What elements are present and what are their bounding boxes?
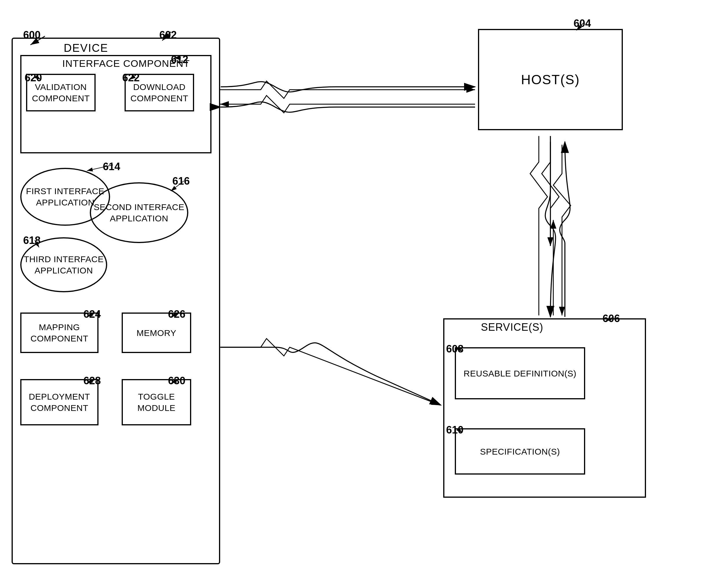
memory-label: MEMORY [136,327,176,339]
toggle-module-label: TOGGLE MODULE [123,391,190,414]
deployment-component-label: DEPLOYMENT COMPONENT [21,391,97,414]
specifications-box: SPECIFICATION(S) [455,428,585,475]
ref-618: 618 [23,234,41,247]
ref-630: 630 [168,375,185,387]
ref-622: 622 [122,72,140,84]
ref-614: 614 [103,161,120,173]
validation-component-label: VALIDATION COMPONENT [27,81,95,104]
ref-628: 628 [83,375,101,387]
ref-610: 610 [446,424,463,436]
hosts-label: HOST(S) [521,72,580,87]
device-label: DEVICE [64,42,108,55]
ref-624: 624 [83,308,101,320]
ref-604: 604 [574,17,591,29]
specifications-label: SPECIFICATION(S) [480,446,560,457]
ref-616: 616 [172,175,190,187]
third-interface-label: THIRD INTERFACE APPLICATION [21,253,106,276]
reusable-definitions-label: REUSABLE DEFINITION(S) [463,368,576,379]
ref-608: 608 [446,343,463,355]
vertical-arrow [553,145,571,315]
second-interface-ellipse: SECOND INTERFACE APPLICATION [90,182,188,243]
ref-602: 602 [159,29,177,41]
reusable-definitions-box: REUSABLE DEFINITION(S) [455,347,585,399]
hosts-box: HOST(S) [478,29,623,130]
ref-600: 600 [23,29,41,41]
ref-606: 606 [602,313,620,325]
second-interface-label: SECOND INTERFACE APPLICATION [91,202,187,224]
ref-626: 626 [168,308,185,320]
ref-620: 620 [25,72,42,84]
diagram-container: DEVICE INTERFACE COMPONENT VALIDATION CO… [0,0,719,588]
download-component-label: DOWNLOAD COMPONENT [126,81,193,104]
services-label: SERVICE(S) [481,321,543,333]
ref-612: 612 [171,54,188,66]
mapping-component-label: MAPPING COMPONENT [21,321,97,344]
